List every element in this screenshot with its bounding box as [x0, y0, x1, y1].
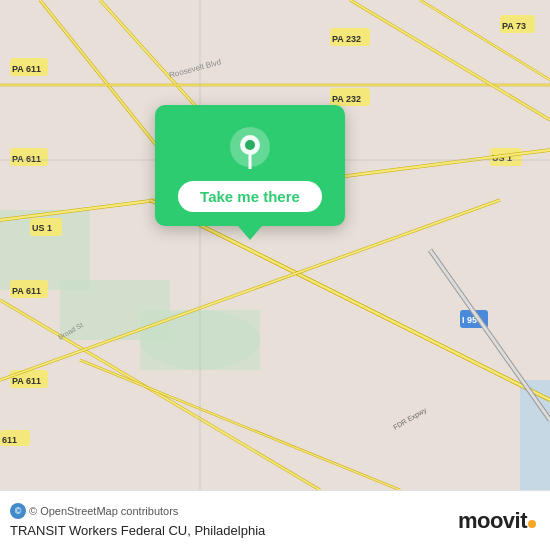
svg-text:PA 611: PA 611: [12, 376, 41, 386]
popup-card: Take me there: [155, 105, 345, 226]
location-pin-icon: [226, 123, 274, 171]
osm-logo: ©: [10, 503, 26, 519]
osm-credit-text: © OpenStreetMap contributors: [29, 505, 178, 517]
svg-point-57: [245, 140, 255, 150]
bottom-bar: © © OpenStreetMap contributors TRANSIT W…: [0, 490, 550, 550]
svg-text:611: 611: [2, 435, 17, 445]
svg-text:PA 232: PA 232: [332, 34, 361, 44]
osm-credit: © © OpenStreetMap contributors: [10, 503, 265, 519]
svg-text:PA 611: PA 611: [12, 286, 41, 296]
svg-text:PA 232: PA 232: [332, 94, 361, 104]
moovit-text: moovit: [458, 508, 536, 534]
svg-text:PA 73: PA 73: [502, 21, 526, 31]
svg-text:US 1: US 1: [32, 223, 52, 233]
map-container: PA 611 PA 611 PA 611 PA 611 611 PA 232 P…: [0, 0, 550, 490]
moovit-logo: moovit: [458, 508, 536, 534]
take-me-there-button[interactable]: Take me there: [178, 181, 322, 212]
svg-text:PA 611: PA 611: [12, 154, 41, 164]
map-background: PA 611 PA 611 PA 611 PA 611 611 PA 232 P…: [0, 0, 550, 490]
svg-text:PA 611: PA 611: [12, 64, 41, 74]
location-title: TRANSIT Workers Federal CU, Philadelphia: [10, 523, 265, 538]
moovit-dot: [528, 520, 536, 528]
